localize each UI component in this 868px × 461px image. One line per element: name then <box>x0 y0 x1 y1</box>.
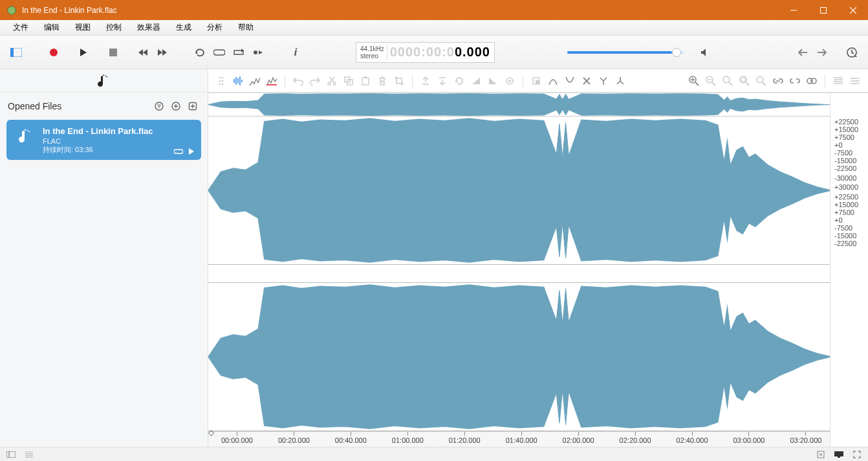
play-icon[interactable] <box>188 148 195 155</box>
filter-button[interactable] <box>152 99 166 113</box>
monitor-icon[interactable] <box>833 449 845 460</box>
channels-label: stereo <box>360 52 384 60</box>
new-file-button[interactable] <box>186 99 200 113</box>
paste-button[interactable] <box>358 73 373 89</box>
menu-generate[interactable]: 生成 <box>168 22 199 33</box>
drag-handle-icon[interactable] <box>213 73 229 89</box>
waveform-view-button[interactable] <box>230 73 246 89</box>
spectrogram-view-button[interactable] <box>264 73 279 89</box>
link-channels-button[interactable] <box>770 73 786 89</box>
snap-icon[interactable] <box>815 449 827 460</box>
expand-icon[interactable] <box>851 449 863 460</box>
rewind-button[interactable] <box>135 44 151 61</box>
unlink-channels-button[interactable] <box>787 73 803 89</box>
delete-button[interactable] <box>374 73 390 89</box>
svg-point-13 <box>219 77 221 78</box>
zoom-in-button[interactable] <box>686 73 702 89</box>
spectral-view-button[interactable] <box>247 73 263 89</box>
fade-out-button[interactable] <box>485 73 501 89</box>
record-button[interactable] <box>45 44 62 61</box>
forward-button[interactable] <box>154 44 171 61</box>
merge-button[interactable] <box>613 73 628 89</box>
file-card[interactable]: In the End - Linkin Park.flac FLAC 持续时间:… <box>6 120 201 160</box>
svg-point-40 <box>811 78 816 84</box>
menu-edit[interactable]: 编辑 <box>36 22 67 33</box>
speaker-icon[interactable] <box>697 44 713 61</box>
trim-end-button[interactable] <box>435 73 450 89</box>
grid-icon[interactable] <box>23 449 35 460</box>
repeat-button[interactable] <box>230 44 247 61</box>
copy-button[interactable] <box>341 73 356 89</box>
record-monitor-button[interactable] <box>250 44 266 61</box>
sidebar-header: Opened Files <box>0 93 208 118</box>
normalize-button[interactable] <box>502 73 517 89</box>
channel-settings-button[interactable] <box>804 73 819 89</box>
undo-button[interactable] <box>290 73 306 89</box>
svg-point-30 <box>508 80 511 82</box>
left-channel-waveform[interactable] <box>208 117 830 265</box>
sidebar: Opened Files In the End - Linkin Park.fl… <box>0 69 208 447</box>
cross-button[interactable] <box>579 73 594 89</box>
menu-effects[interactable]: 效果器 <box>129 22 168 33</box>
sample-rate-label: 44.1kHz <box>360 45 384 52</box>
settings-button[interactable] <box>847 73 863 89</box>
timeline-tick: 02:40.000 <box>677 432 708 447</box>
fade-in-button[interactable] <box>468 73 484 89</box>
redo-button[interactable] <box>307 73 323 89</box>
toggle-sidebar-button[interactable] <box>8 44 25 61</box>
marker-button[interactable] <box>528 73 544 89</box>
loop-selection-button[interactable] <box>211 44 228 61</box>
statusbar <box>0 447 868 461</box>
close-button[interactable] <box>838 0 868 20</box>
next-button[interactable] <box>814 44 830 61</box>
list-view-button[interactable] <box>830 73 846 89</box>
menu-file[interactable]: 文件 <box>5 22 36 33</box>
file-duration: 持续时间: 03:36 <box>43 145 153 155</box>
timeline-tick: 00:40.000 <box>335 432 367 447</box>
loop-icon[interactable] <box>174 148 183 155</box>
editor: ◇ 00:00.00000:20.00000:40.00001:00.00001… <box>208 69 868 447</box>
layout-icon[interactable] <box>5 449 17 460</box>
svg-point-16 <box>222 80 223 82</box>
timeline-tick: 03:20.000 <box>790 432 821 447</box>
zoom-all-button[interactable] <box>754 73 769 89</box>
zoom-out-button[interactable] <box>703 73 719 89</box>
timeline[interactable]: ◇ 00:00.00000:20.00000:40.00001:00.00001… <box>208 431 830 447</box>
menu-control[interactable]: 控制 <box>98 22 129 33</box>
stop-button[interactable] <box>105 44 122 61</box>
time-value: 0000:00:00.000 <box>390 45 490 60</box>
reset-button[interactable] <box>451 73 467 89</box>
zoom-fit-button[interactable] <box>737 73 752 89</box>
right-channel-waveform[interactable] <box>208 283 830 431</box>
overview-waveform[interactable] <box>208 93 830 117</box>
history-button[interactable] <box>843 44 860 61</box>
info-button[interactable]: i <box>287 44 304 61</box>
playhead-marker-icon[interactable]: ◇ <box>208 428 214 437</box>
menu-view[interactable]: 视图 <box>67 22 98 33</box>
zoom-selection-button[interactable] <box>720 73 735 89</box>
trim-start-button[interactable] <box>418 73 433 89</box>
svg-point-23 <box>328 82 331 85</box>
back-button[interactable] <box>794 44 811 61</box>
svg-point-18 <box>222 84 223 85</box>
svg-point-41 <box>852 77 854 79</box>
maximize-button[interactable] <box>808 0 838 20</box>
play-button[interactable] <box>75 44 92 61</box>
menu-analyze[interactable]: 分析 <box>199 22 230 33</box>
split-button[interactable] <box>596 73 611 89</box>
minimize-button[interactable] <box>779 0 808 20</box>
file-name: In the End - Linkin Park.flac <box>43 126 153 136</box>
window-title: In the End - Linkin Park.flac <box>22 6 779 15</box>
volume-slider[interactable] <box>567 51 684 54</box>
opened-files-label: Opened Files <box>8 101 61 111</box>
menu-help[interactable]: 帮助 <box>230 22 261 33</box>
curve-tool-button[interactable] <box>545 73 561 89</box>
add-file-button[interactable] <box>169 99 183 113</box>
crop-button[interactable] <box>391 73 407 89</box>
envelope-down-button[interactable] <box>562 73 578 89</box>
timeline-tick: 02:00.000 <box>563 432 594 447</box>
time-display[interactable]: 44.1kHz stereo 0000:00:00.000 <box>356 42 495 63</box>
cut-button[interactable] <box>324 73 340 89</box>
loop-button[interactable] <box>191 44 208 61</box>
app-icon <box>5 4 18 17</box>
